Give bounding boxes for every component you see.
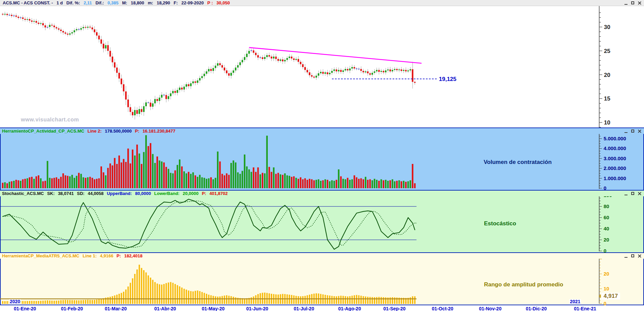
- volume-axis-label: 4.000.000: [604, 145, 626, 151]
- atr-current-value-arrow-icon: [599, 294, 601, 298]
- price-axis-label: 20: [604, 72, 610, 78]
- year-label-2020: 2020: [9, 299, 21, 304]
- volume-line-label: Line 2:: [88, 129, 102, 134]
- high-value: 18,800: [131, 0, 144, 5]
- date-axis-label: 01-Sep-20: [383, 306, 406, 311]
- close-icon[interactable]: [637, 1, 642, 5]
- atr-current-value: 4,917: [602, 293, 620, 300]
- minimize-icon[interactable]: [623, 254, 629, 258]
- stochastic-panel-title: Estocástico: [484, 220, 516, 227]
- maximize-icon[interactable]: [630, 254, 635, 258]
- price-axis-label: 30: [604, 24, 610, 30]
- price-panel-window-controls: [623, 1, 642, 5]
- close-icon[interactable]: [637, 254, 642, 258]
- lowerband-value: 20,0000: [183, 191, 199, 196]
- date-axis[interactable]: 01-Ene-2001-Feb-2001-Mar-2001-Abr-2001-M…: [0, 305, 644, 311]
- stochastic-axis-label: 60: [604, 215, 609, 220]
- date-label: F:: [174, 0, 178, 5]
- p-label: P :: [207, 0, 213, 5]
- price-panel-header: ACS.MC - ACS CONST. - 1 d Dif. %: 2,11 D…: [0, 0, 644, 6]
- stochastic-panel-header: Stochastic_ACS.MC SK: 38,0741 SD: 44,005…: [0, 191, 644, 196]
- volume-panel-window-controls: [623, 129, 642, 133]
- dif-pct-value: 2,11: [84, 0, 92, 5]
- support-price-label: 19,125: [439, 76, 456, 83]
- volume-axis-label: 5.000.000: [604, 136, 626, 141]
- low-value: 18,290: [157, 0, 170, 5]
- stochastic-panel-bg: [0, 191, 644, 252]
- candlestick-series: [2, 12, 416, 120]
- visual-chart-window: ACS.MC - ACS CONST. - 1 d Dif. %: 2,11 D…: [0, 0, 644, 311]
- p-value: 30,050: [217, 0, 230, 5]
- watermark: www.visualchart.com: [21, 117, 79, 123]
- volume-axis-label: 3.000.000: [604, 156, 626, 161]
- stochastic-panel-window-controls: [623, 191, 642, 196]
- sk-value: 38,0741: [58, 191, 74, 196]
- stochastic-axis-label: 20: [604, 237, 609, 243]
- date-axis-label: 01-Oct-20: [432, 306, 453, 311]
- date-axis-label: 01-Jun-20: [246, 306, 268, 311]
- atr-panel-header: HerramientaCP_MediaATR5_ACS.MC Line 1: 4…: [0, 253, 644, 259]
- close-icon[interactable]: [637, 192, 642, 196]
- price-axis-label: 25: [604, 48, 610, 54]
- upperband-value: 80,0000: [135, 191, 151, 196]
- volume-axis-label: 2.000.000: [604, 165, 626, 171]
- atr-indicator-name: HerramientaCP_MediaATR5_ACS.MC: [2, 253, 79, 258]
- price-axis-label: 15: [604, 95, 610, 102]
- volume-p-value: 16.181.230,8477: [142, 129, 175, 134]
- timeframe: 1 d: [57, 0, 63, 5]
- lowerband-label: LowerBand:: [154, 191, 180, 196]
- date-axis-label: 01-Mar-20: [105, 306, 127, 311]
- volume-indicator-name: HerramientoCP_Actividad_CP_ACS.MC: [2, 129, 84, 134]
- atr-axis-label: 20: [604, 271, 609, 277]
- date-value: 22-09-2020: [181, 0, 204, 5]
- volume-p-label: P:: [135, 129, 139, 134]
- atr-line-value: 4,9166: [100, 253, 114, 258]
- atr-panel-window-controls: [623, 254, 642, 258]
- stochastic-axis-label: 40: [604, 226, 609, 231]
- maximize-icon[interactable]: [630, 1, 635, 5]
- atr-axis-label: 10: [604, 286, 609, 291]
- year-label-2021: 2021: [569, 299, 581, 304]
- close-icon[interactable]: [637, 129, 642, 133]
- dif-pct-label: Dif. %:: [66, 0, 80, 5]
- volume-panel-header: HerramientoCP_Actividad_CP_ACS.MC Line 2…: [0, 128, 644, 134]
- upperband-label: UpperBand:: [107, 191, 132, 196]
- dif-label: Dif.:: [95, 0, 104, 5]
- minimize-icon[interactable]: [623, 192, 629, 196]
- maximize-icon[interactable]: [630, 129, 635, 133]
- volume-line-value: 178.500,0000: [105, 129, 132, 134]
- date-axis-label: 01-Ene-20: [14, 306, 36, 311]
- atr-panel-bg: [0, 253, 644, 305]
- minimize-icon[interactable]: [623, 1, 629, 5]
- atr-p-label: P:: [117, 253, 121, 258]
- date-axis-label: 01-Jul-20: [294, 306, 314, 311]
- maximize-icon[interactable]: [630, 192, 635, 196]
- date-axis-label: 01-Feb-20: [61, 306, 83, 311]
- low-label: m:: [148, 0, 153, 5]
- sd-value: 44,0058: [88, 191, 104, 196]
- atr-line-label: Line 1:: [83, 253, 97, 258]
- volume-axis-label: 0: [604, 185, 606, 191]
- high-label: M:: [122, 0, 127, 5]
- chart-canvas[interactable]: 30252015105.000.0004.000.0003.000.0002.0…: [0, 0, 644, 311]
- atr-p-value: 182,4018: [124, 253, 142, 258]
- symbol-title: ACS.MC - ACS CONST. -: [3, 0, 53, 5]
- trendline: [249, 48, 422, 63]
- stochastic-axis-label: 80: [604, 203, 609, 209]
- stochastic-p-value: 401,8702: [210, 191, 228, 196]
- atr-panel-title: Rango de amplitud promedio: [484, 281, 563, 288]
- date-axis-label: 01-Nov-20: [479, 306, 502, 311]
- stochastic-indicator-name: Stochastic_ACS.MC: [2, 191, 44, 196]
- sk-label: SK:: [47, 191, 55, 196]
- date-axis-label: 01-Ago-20: [338, 306, 361, 311]
- date-axis-label: 01-Abr-20: [154, 306, 176, 311]
- volume-axis-label: 1.000.000: [604, 175, 626, 181]
- date-axis-label: 01-Ene-21: [574, 306, 596, 311]
- price-axis-label: 10: [604, 119, 610, 126]
- stochastic-p-label: P:: [202, 191, 206, 196]
- date-axis-label: 01-May-20: [202, 306, 225, 311]
- minimize-icon[interactable]: [623, 129, 629, 133]
- volume-panel-title: Volumen de contratación: [484, 159, 552, 166]
- window-frame: [0, 128, 1, 311]
- date-axis-label: 01-Dic-20: [526, 306, 547, 311]
